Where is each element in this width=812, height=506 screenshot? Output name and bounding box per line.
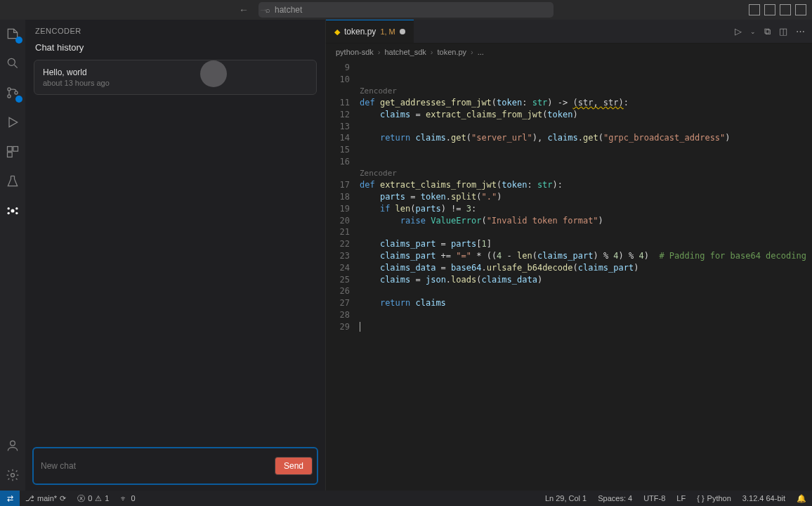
status-spaces[interactable]: Spaces: 4 [592, 494, 638, 502]
breadcrumb-seg[interactable]: hatchet_sdk [384, 48, 426, 56]
svg-point-11 [15, 212, 18, 214]
status-encoding[interactable]: UTF-8 [638, 494, 671, 502]
code-line[interactable]: 18 parts = token.split(".") [326, 191, 812, 203]
breadcrumb-seg[interactable]: token.py [437, 48, 466, 56]
activity-extensions-icon[interactable] [4, 143, 21, 160]
code-line[interactable]: 21 [326, 226, 812, 238]
codelens[interactable]: Zencoder [326, 86, 812, 96]
code-line[interactable]: 24 claims_data = base64.urlsafe_b64decod… [326, 262, 812, 274]
code-line[interactable]: 15 [326, 144, 812, 156]
activity-zencoder-icon[interactable] [4, 202, 21, 219]
git-branch-icon: ⎇ [25, 494, 34, 503]
line-number: 15 [326, 144, 360, 156]
new-chat-box: Send [32, 447, 318, 485]
code-line[interactable]: 10 [326, 74, 812, 86]
line-number: 10 [326, 74, 360, 86]
remote-indicator-icon[interactable]: ⇄ [0, 491, 20, 506]
code-line[interactable]: 26 [326, 285, 812, 297]
warning-icon: ⚠ [95, 494, 102, 503]
code-line[interactable]: 28 [326, 309, 812, 321]
svg-point-10 [8, 212, 10, 214]
badge [15, 37, 22, 44]
layout-panel-right-icon[interactable] [780, 4, 791, 15]
codelens[interactable]: Zencoder [326, 168, 812, 179]
code-line[interactable]: 16 [326, 156, 812, 168]
more-actions-icon[interactable]: ⋯ [796, 26, 805, 37]
code-line[interactable]: 11def get_addresses_from_jwt(token: str)… [326, 97, 812, 109]
code-line[interactable]: 29 [326, 321, 812, 333]
editor-tab-token-py[interactable]: ◆ token.py 1, M [326, 20, 414, 43]
line-number: 21 [326, 226, 360, 238]
line-number: 22 [326, 238, 360, 250]
chat-history-header: Chat history [25, 38, 325, 60]
code-line[interactable]: 20 raise ValueError("Invalid token forma… [326, 215, 812, 227]
line-number: 25 [326, 274, 360, 286]
command-center-search[interactable]: ⌕ hatchet [258, 2, 554, 18]
line-number: 18 [326, 191, 360, 203]
badge [15, 96, 22, 103]
code-line[interactable]: 12 claims = extract_claims_from_jwt(toke… [326, 109, 812, 121]
line-number: 17 [326, 179, 360, 191]
compare-changes-icon[interactable]: ⧉ [764, 26, 771, 37]
tab-dirty-icon [400, 29, 405, 34]
line-number: 11 [326, 97, 360, 109]
activity-run-debug-icon[interactable] [4, 114, 21, 131]
status-interpreter[interactable]: 3.12.4 64-bit [737, 494, 791, 502]
code-line[interactable]: 14 return claims.get("server_url"), clai… [326, 132, 812, 144]
line-number: 24 [326, 262, 360, 274]
ports-icon: ᯤ [120, 494, 128, 502]
status-lncol[interactable]: Ln 29, Col 1 [539, 494, 592, 502]
status-branch[interactable]: ⎇ main* ⟳ [20, 494, 72, 503]
python-file-icon: ◆ [334, 27, 340, 37]
error-icon: ⓧ [77, 493, 85, 504]
nav-forward-icon[interactable]: → [258, 4, 268, 15]
breadcrumb-seg[interactable]: python-sdk [336, 48, 374, 56]
code-line[interactable]: 17def extract_claims_from_jwt(token: str… [326, 179, 812, 191]
activity-explorer-icon[interactable] [4, 25, 21, 42]
editor-area: ◆ token.py 1, M ▷ ⌄ ⧉ ◫ ⋯ python-sdk› ha… [326, 20, 812, 491]
svg-point-13 [11, 474, 15, 477]
status-problems[interactable]: ⓧ0 ⚠1 [72, 493, 114, 504]
send-button[interactable]: Send [275, 457, 313, 475]
chat-item-title: Hello, world [43, 67, 308, 77]
layout-customize-icon[interactable] [795, 4, 806, 15]
chat-history-item[interactable]: Hello, world about 13 hours ago [34, 60, 317, 95]
status-notifications-icon[interactable]: 🔔 [791, 494, 812, 503]
code-line[interactable]: 25 claims = json.loads(claims_data) [326, 274, 812, 286]
line-number: 12 [326, 109, 360, 121]
status-ports[interactable]: ᯤ0 [114, 494, 140, 502]
line-number: 29 [326, 321, 360, 333]
code-line[interactable]: 13 [326, 121, 812, 133]
title-bar: ← → ⌕ hatchet [0, 0, 812, 20]
chat-item-time: about 13 hours ago [43, 79, 308, 87]
code-line[interactable]: 9 [326, 62, 812, 74]
sidebar-brand: ZENCODER [25, 20, 325, 38]
activity-source-control-icon[interactable] [4, 84, 21, 101]
code-editor[interactable]: 910Zencoder11def get_addresses_from_jwt(… [326, 60, 812, 491]
svg-rect-5 [13, 147, 18, 152]
activity-testing-icon[interactable] [4, 173, 21, 190]
breadcrumb-seg[interactable]: ... [478, 48, 484, 56]
activity-search-icon[interactable] [4, 55, 21, 72]
activity-settings-icon[interactable] [4, 467, 21, 484]
run-dropdown-icon[interactable]: ⌄ [750, 28, 756, 35]
line-number: 16 [326, 156, 360, 168]
code-line[interactable]: 19 if len(parts) != 3: [326, 203, 812, 215]
layout-panel-bottom-icon[interactable] [764, 4, 775, 15]
line-number: 14 [326, 132, 360, 144]
status-eol[interactable]: LF [671, 494, 691, 502]
code-line[interactable]: 27 return claims [326, 297, 812, 309]
sync-icon[interactable]: ⟳ [60, 494, 66, 503]
nav-back-icon[interactable]: ← [239, 4, 249, 15]
code-line[interactable]: 22 claims_part = parts[1] [326, 238, 812, 250]
split-editor-icon[interactable]: ◫ [779, 26, 787, 37]
code-line[interactable]: 23 claims_part += "=" * ((4 - len(claims… [326, 250, 812, 262]
search-text: hatchet [275, 5, 302, 15]
new-chat-input[interactable] [41, 461, 275, 471]
layout-panel-left-icon[interactable] [749, 4, 760, 15]
activity-accounts-icon[interactable] [4, 437, 21, 454]
svg-point-2 [8, 95, 11, 98]
run-file-icon[interactable]: ▷ [735, 26, 742, 37]
breadcrumb[interactable]: python-sdk› hatchet_sdk› token.py› ... [326, 44, 812, 60]
status-language[interactable]: { } Python [691, 494, 737, 502]
